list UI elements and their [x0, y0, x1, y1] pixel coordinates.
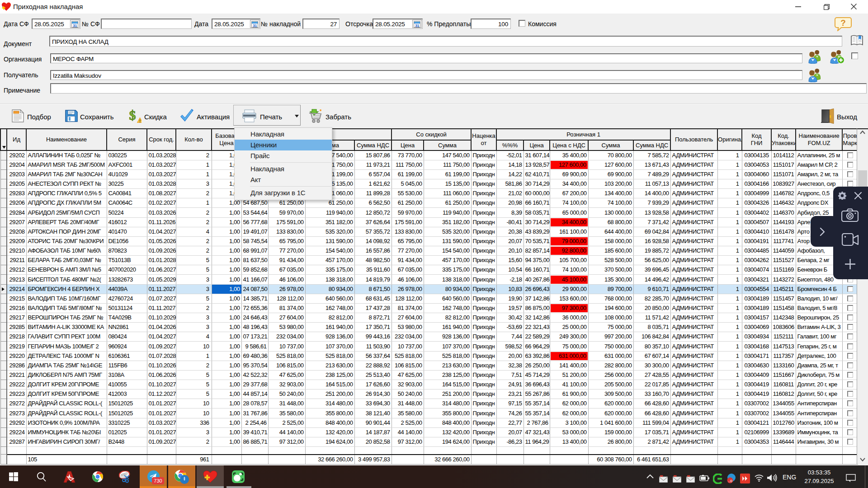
svg-text:?: ?: [840, 18, 846, 28]
svg-text:$: $: [129, 108, 136, 122]
svg-text:730: 730: [154, 478, 162, 483]
svg-text:..o: ..o: [728, 479, 732, 483]
